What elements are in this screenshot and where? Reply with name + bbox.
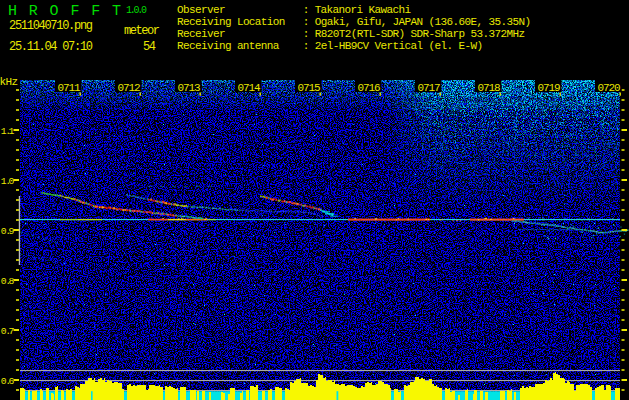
svg-text:kHz: kHz (0, 76, 18, 88)
svg-text:0720: 0720 (598, 82, 621, 94)
svg-text:0713: 0713 (178, 82, 201, 94)
svg-text:Receiver : R820T2(: Receiver : R820T2(RTL-SDR) SDR-Sharp 53.… (177, 28, 525, 40)
svg-text:1.0.0: 1.0.0 (126, 5, 147, 16)
svg-text:0.8: 0.8 (1, 276, 15, 287)
svg-text:0.6: 0.6 (1, 376, 15, 387)
svg-text:0716: 0716 (358, 82, 381, 94)
svg-text:H R O F F T: H R O F F T (8, 3, 121, 20)
svg-text:0718: 0718 (478, 82, 501, 94)
svg-text:54: 54 (143, 40, 156, 54)
svg-text:Receiving Location : Ogaki,: Receiving Location : Ogaki, Gifu, JAPAN … (177, 16, 531, 28)
svg-text:2511040710.png: 2511040710.png (9, 19, 93, 33)
svg-text:0719: 0719 (538, 82, 561, 94)
svg-text:0717: 0717 (418, 82, 441, 94)
svg-text:25.11.04 07:10: 25.11.04 07:10 (9, 40, 93, 54)
svg-text:0.9: 0.9 (1, 226, 15, 237)
svg-text:0.7: 0.7 (1, 326, 15, 337)
svg-text:1.1: 1.1 (1, 126, 15, 137)
svg-text:1.0: 1.0 (1, 176, 15, 187)
svg-text:Receiving antenna : 2el-HB9: Receiving antenna : 2el-HB9CV Vertical (… (177, 40, 483, 52)
svg-text:meteor: meteor (124, 24, 160, 38)
svg-text:0711: 0711 (58, 82, 81, 94)
svg-text:0714: 0714 (238, 82, 261, 94)
svg-text:Observer : Takanor: Observer : Takanori Kawachi (177, 4, 411, 16)
svg-text:0715: 0715 (298, 82, 321, 94)
svg-text:0712: 0712 (118, 82, 141, 94)
